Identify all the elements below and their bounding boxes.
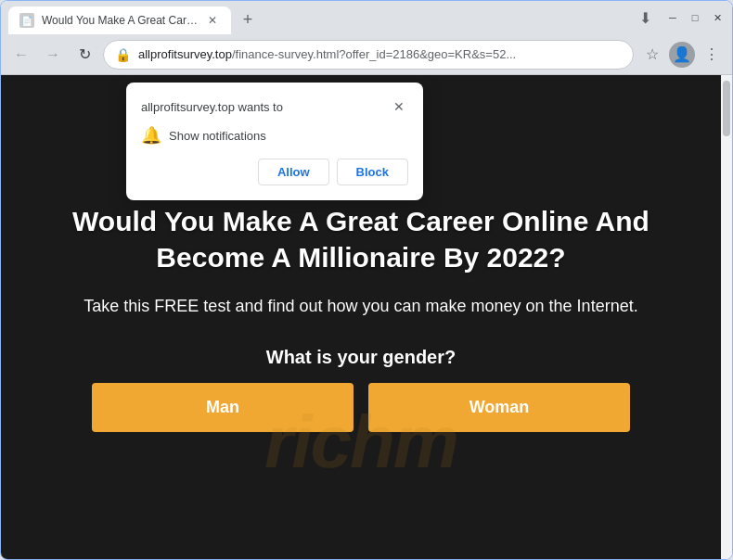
scrollbar[interactable] (721, 75, 732, 559)
back-button[interactable]: ← (8, 42, 34, 68)
address-bar[interactable]: 🔒 allprofitsurvey.top/finance-survey.htm… (103, 40, 634, 70)
bell-icon: 🔔 (141, 125, 161, 146)
page-main: richm allprofitsurvey.top wants to ✕ 🔔 S… (1, 75, 721, 559)
gender-question: What is your gender? (266, 347, 456, 368)
active-tab[interactable]: 📄 Would You Make A Great Career ✕ (8, 6, 231, 34)
tab-favicon: 📄 (19, 13, 34, 28)
man-button[interactable]: Man (92, 383, 354, 432)
forward-button[interactable]: → (40, 42, 66, 68)
notif-close-button[interactable]: ✕ (390, 97, 408, 116)
download-icon: ⬇ (632, 5, 658, 31)
tab-title: Would You Make A Great Career (42, 14, 198, 27)
lock-icon: 🔒 (115, 47, 131, 62)
notif-actions: Allow Block (141, 159, 408, 185)
title-bar: 📄 Would You Make A Great Career ✕ + ⬇ ─ … (1, 1, 732, 34)
bookmark-button[interactable]: ☆ (639, 42, 665, 68)
page-headline: Would You Make A Great Career Online And… (38, 203, 684, 275)
maximize-button[interactable]: □ (688, 10, 702, 25)
menu-button[interactable]: ⋮ (699, 42, 725, 68)
close-button[interactable]: ✕ (710, 10, 725, 25)
address-domain: allprofitsurvey.top (138, 47, 232, 61)
scrollbar-thumb[interactable] (723, 81, 730, 136)
tab-area: 📄 Would You Make A Great Career ✕ + (8, 1, 628, 34)
profile-icon[interactable]: 👤 (669, 42, 695, 68)
allow-button[interactable]: Allow (258, 159, 329, 185)
notif-row: 🔔 Show notifications (141, 125, 408, 146)
woman-button[interactable]: Woman (368, 383, 630, 432)
notif-message: Show notifications (169, 129, 266, 143)
browser-window: 📄 Would You Make A Great Career ✕ + ⬇ ─ … (0, 0, 733, 560)
toolbar-icons: ☆ 👤 ⋮ (639, 42, 725, 68)
notif-header: allprofitsurvey.top wants to ✕ (141, 97, 408, 116)
window-controls: ─ □ ✕ (665, 10, 725, 25)
new-tab-button[interactable]: + (235, 6, 261, 32)
gender-buttons: Man Woman (92, 383, 630, 432)
page-content: richm allprofitsurvey.top wants to ✕ 🔔 S… (1, 75, 732, 559)
block-button[interactable]: Block (337, 159, 408, 185)
reload-button[interactable]: ↻ (71, 42, 97, 68)
toolbar: ← → ↻ 🔒 allprofitsurvey.top/finance-surv… (1, 34, 732, 75)
notification-popup: allprofitsurvey.top wants to ✕ 🔔 Show no… (126, 83, 423, 200)
minimize-button[interactable]: ─ (665, 10, 680, 25)
page-subtext: Take this FREE test and find out how you… (84, 294, 637, 319)
address-path: /finance-survey.html?offer_id=2186&geo=K… (232, 47, 516, 61)
address-text: allprofitsurvey.top/finance-survey.html?… (138, 47, 622, 61)
notif-site-name: allprofitsurvey.top wants to (141, 100, 283, 114)
tab-close-button[interactable]: ✕ (205, 13, 220, 28)
